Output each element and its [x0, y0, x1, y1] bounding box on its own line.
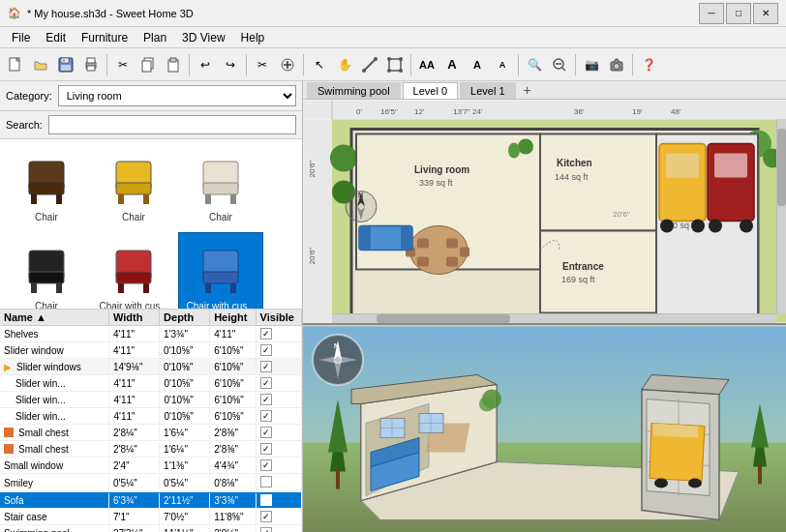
row-small-window[interactable]: Small window 2'4" 1'1⅜" 4'4¾"	[0, 458, 302, 474]
col-header-depth[interactable]: Depth	[160, 310, 210, 325]
2d-v-scrollbar[interactable]	[776, 119, 786, 313]
close-button[interactable]: ✕	[753, 3, 778, 24]
row-shelves-visible[interactable]	[257, 326, 302, 341]
bottom-view-3d[interactable]: N	[303, 325, 786, 532]
row-small-chest2-visible[interactable]	[257, 441, 302, 457]
menu-furniture[interactable]: Furniture	[74, 29, 136, 46]
2d-h-scrollbar[interactable]	[332, 313, 776, 323]
grid-item-3[interactable]: Chair	[178, 143, 263, 230]
tb-print[interactable]	[79, 53, 103, 76]
row-small-window-visible[interactable]	[257, 458, 302, 473]
row-shelves[interactable]: Shelves 4'11" 1'3¾" 4'11"	[0, 326, 302, 342]
row-slider-win3[interactable]: Slider win... 4'11" 0'10⅝" 6'10⅝"	[0, 408, 302, 425]
tb-camera2[interactable]	[605, 53, 628, 76]
row-slider-win2[interactable]: Slider win... 4'11" 0'10⅝" 6'10⅝"	[0, 392, 302, 408]
tb-create-wall[interactable]	[358, 53, 381, 76]
vis-slider-windows[interactable]	[260, 361, 272, 372]
top-view-2d[interactable]: 0' 12' 24' 36' 48' 16'5" 13'7" 19' 20'6"…	[303, 100, 786, 325]
category-select[interactable]: Living room Bedroom Kitchen Bathroom All	[58, 85, 296, 106]
tb-text-a-med[interactable]: A	[466, 53, 489, 76]
grid-item-5[interactable]: Chair with cus...	[91, 232, 176, 310]
tb-delete[interactable]: ✂	[251, 53, 274, 76]
tb-select[interactable]: ↖	[308, 53, 331, 76]
menu-file[interactable]: File	[4, 29, 38, 46]
tb-pan[interactable]: ✋	[333, 53, 356, 76]
row-slider-windows-visible[interactable]	[257, 359, 302, 374]
row-small-chest1-visible[interactable]	[257, 425, 302, 440]
vis-slider-win2[interactable]	[260, 394, 272, 405]
tb-camera[interactable]: 📷	[580, 53, 603, 76]
row-small-chest2[interactable]: Small chest 2'8¼" 1'6¼" 2'8⅜"	[0, 441, 302, 458]
vis-shelves[interactable]	[260, 328, 272, 340]
menu-3dview[interactable]: 3D View	[174, 29, 232, 46]
row-smiley[interactable]: Smiley 0'5¼" 0'5¼" 0'8⅛"	[0, 474, 302, 492]
vis-sofa[interactable]	[260, 494, 272, 506]
tab-add-button[interactable]: +	[518, 81, 537, 99]
menu-plan[interactable]: Plan	[136, 29, 174, 46]
col-header-name[interactable]: Name ▲	[0, 310, 109, 325]
row-slider-windows-group[interactable]: ▶Slider windows 14'9⅛" 0'10⅝" 6'10⅝"	[0, 359, 302, 375]
row-slider-window-visible[interactable]	[257, 342, 302, 358]
vis-smiley[interactable]	[260, 476, 272, 488]
tb-copy[interactable]	[136, 53, 160, 76]
tb-open[interactable]	[29, 53, 52, 76]
nav-control[interactable]: N	[311, 333, 365, 387]
row-slider-win1[interactable]: Slider win... 4'11" 0'10⅝" 6'10⅝"	[0, 375, 302, 392]
search-input[interactable]	[48, 115, 296, 134]
row-stair-case[interactable]: Stair case 7'1" 7'0½" 11'8⅝"	[0, 509, 302, 525]
tb-save[interactable]	[54, 53, 77, 76]
row-slider-win2-visible[interactable]	[257, 392, 302, 407]
svg-point-102	[691, 220, 705, 233]
maximize-button[interactable]: □	[726, 3, 751, 24]
row-sofa-visible[interactable]	[257, 492, 302, 508]
tb-paste[interactable]	[162, 53, 185, 76]
tb-create-room[interactable]	[383, 53, 407, 76]
svg-rect-133	[758, 465, 762, 485]
svg-rect-38	[205, 194, 211, 204]
row-smiley-visible[interactable]	[257, 474, 302, 491]
tb-new[interactable]	[4, 53, 27, 76]
tab-level-1[interactable]: Level 1	[460, 82, 515, 99]
vis-small-chest2[interactable]	[260, 443, 272, 455]
tb-text-aa[interactable]: AA	[415, 53, 438, 76]
vis-swimming-pool[interactable]	[260, 527, 272, 532]
tb-zoom-in[interactable]: 🔍	[523, 53, 546, 76]
vis-slider-window[interactable]	[260, 344, 272, 356]
grid-item-2[interactable]: Chair	[91, 143, 176, 230]
col-header-width[interactable]: Width	[109, 310, 160, 325]
tb-text-a-small[interactable]: A	[491, 53, 514, 76]
row-swimming-pool[interactable]: Swimming pool 27'3½" 11'1½" 2'9½"	[0, 525, 302, 532]
row-small-chest1[interactable]: Small chest 2'8¼" 1'6¼" 2'8⅜"	[0, 425, 302, 441]
row-slider-window[interactable]: Slider window 4'11" 0'10⅝" 6'10⅝"	[0, 342, 302, 359]
tb-undo[interactable]: ↩	[194, 53, 217, 76]
tb-zoom-out[interactable]	[548, 53, 571, 76]
svg-rect-87	[446, 257, 458, 267]
row-slider-win2-width: 4'11"	[109, 393, 160, 407]
tb-help[interactable]: ❓	[637, 53, 660, 76]
svg-text:169 sq ft: 169 sq ft	[561, 275, 595, 284]
menu-help[interactable]: Help	[233, 29, 273, 46]
row-slider-win1-visible[interactable]	[257, 375, 302, 391]
tb-redo[interactable]: ↪	[219, 53, 242, 76]
minimize-button[interactable]: ─	[699, 3, 724, 24]
col-header-visible[interactable]: Visible	[257, 310, 302, 325]
grid-item-1[interactable]: Chair	[4, 143, 89, 230]
vis-stair-case[interactable]	[260, 511, 272, 522]
row-swimming-pool-visible[interactable]	[257, 525, 302, 532]
row-sofa[interactable]: Sofa 6'3¾" 2'11½" 3'3⅜"	[0, 492, 302, 509]
tab-swimming-pool[interactable]: Swimming pool	[307, 82, 401, 99]
menu-edit[interactable]: Edit	[38, 29, 74, 46]
vis-small-window[interactable]	[260, 459, 272, 471]
tb-text-a-large[interactable]: A	[440, 53, 464, 76]
row-stair-case-visible[interactable]	[257, 509, 302, 524]
vis-small-chest1[interactable]	[260, 427, 272, 438]
vis-slider-win1[interactable]	[260, 377, 272, 389]
tb-cut[interactable]: ✂	[111, 53, 135, 76]
grid-item-6[interactable]: Chair with cus...	[178, 232, 263, 310]
tab-level-0[interactable]: Level 0	[403, 82, 458, 99]
tb-add-furniture[interactable]	[276, 53, 299, 76]
vis-slider-win3[interactable]	[260, 410, 272, 422]
col-header-height[interactable]: Height	[210, 310, 256, 325]
grid-item-4[interactable]: Chair	[4, 232, 89, 310]
row-slider-win3-visible[interactable]	[257, 408, 302, 424]
